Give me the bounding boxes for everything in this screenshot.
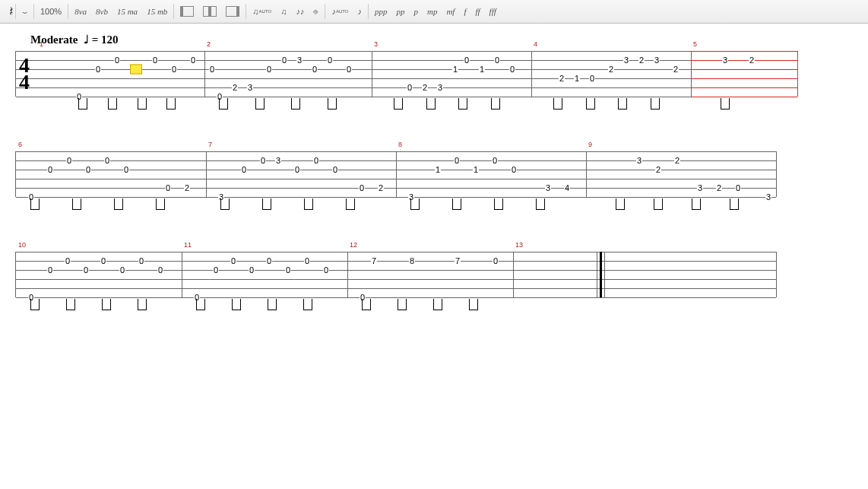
fret-number[interactable]: 0 [312, 65, 318, 74]
fret-number[interactable]: 2 [559, 74, 565, 83]
tie-tool-icon[interactable]: ⌣ [17, 3, 32, 20]
fret-number[interactable]: 0 [209, 65, 215, 74]
fret-number[interactable]: 0 [47, 165, 53, 174]
fret-number[interactable]: 0 [249, 265, 255, 275]
dynamic-mp[interactable]: mp [423, 3, 442, 20]
fret-number[interactable]: 0 [454, 156, 460, 165]
fret-number[interactable]: 0 [327, 56, 333, 65]
beam-break-icon[interactable]: ⎆ [309, 3, 323, 20]
fret-number[interactable]: 1 [473, 165, 479, 174]
fret-number[interactable]: 0 [66, 156, 72, 165]
fret-number[interactable]: 0 [285, 265, 291, 275]
fret-number[interactable]: 2 [638, 56, 645, 65]
fret-number[interactable]: 2 [749, 56, 755, 65]
fret-number[interactable]: 0 [464, 56, 470, 65]
dynamic-ppp[interactable]: ppp [370, 3, 392, 20]
tab-staff[interactable]: 10000000001100000000120787013 [15, 252, 776, 297]
octave-15mb[interactable]: 15 mb [142, 3, 172, 20]
fret-number[interactable]: 0 [313, 156, 319, 165]
fret-number[interactable]: 0 [152, 56, 158, 65]
score-area[interactable]: Moderate ♩ = 120 44100000002023003000302… [0, 24, 868, 360]
fret-number[interactable]: 0 [138, 256, 144, 265]
fret-number[interactable]: 0 [735, 183, 741, 192]
fret-number[interactable]: 0 [332, 165, 338, 174]
fret-number[interactable]: 0 [165, 183, 171, 192]
octave-8vb[interactable]: 8vb [91, 3, 112, 20]
beam-auto-icon[interactable]: ♫AUTO [248, 3, 276, 20]
dynamic-p[interactable]: p [409, 3, 423, 20]
fret-number[interactable]: 2 [608, 65, 614, 74]
dynamic-ff[interactable]: ff [470, 3, 484, 20]
fret-number[interactable]: 0 [241, 165, 247, 174]
fret-number[interactable]: 0 [123, 165, 129, 174]
fret-number[interactable]: 3 [275, 156, 281, 165]
dynamic-f[interactable]: f [459, 3, 470, 20]
fret-number[interactable]: 0 [104, 156, 110, 165]
fret-number[interactable]: 0 [157, 265, 163, 275]
fret-number[interactable]: 7 [371, 256, 377, 265]
fret-number[interactable]: 7 [455, 256, 461, 265]
fret-number[interactable]: 0 [407, 83, 413, 92]
fret-number[interactable]: 0 [492, 156, 498, 165]
fret-number[interactable]: 0 [304, 256, 310, 265]
fret-number[interactable]: 1 [574, 74, 580, 83]
fret-number[interactable]: 2 [674, 156, 680, 165]
fret-number[interactable]: 2 [716, 183, 722, 192]
beam-join-icon[interactable]: ♫ [276, 3, 291, 20]
fret-number[interactable]: 0 [294, 165, 300, 174]
fret-number[interactable]: 0 [83, 265, 89, 275]
fret-number[interactable]: 0 [281, 56, 287, 65]
fret-number[interactable]: 0 [509, 65, 515, 74]
fret-number[interactable]: 0 [213, 265, 219, 275]
stem-flip-icon[interactable]: ♪ [353, 3, 366, 20]
fret-number[interactable]: 2 [422, 83, 428, 92]
fret-number[interactable]: 1 [452, 65, 458, 74]
fret-number[interactable]: 2 [378, 183, 384, 192]
rest-tool-icon[interactable]: 𝄽 [5, 3, 14, 20]
tab-staff[interactable]: 4410000000202300300030231010042102323252… [15, 51, 797, 97]
tab-staff[interactable]: 600000002730030000283101003492233203 [15, 151, 776, 197]
align-center-icon[interactable] [198, 3, 221, 20]
fret-number[interactable]: 0 [589, 74, 595, 83]
fret-number[interactable]: 0 [230, 256, 236, 265]
fret-number[interactable]: 3 [697, 183, 703, 192]
fret-number[interactable]: 0 [85, 165, 91, 174]
fret-number[interactable]: 0 [119, 265, 125, 275]
fret-number[interactable]: 0 [260, 156, 266, 165]
fret-number[interactable]: 8 [409, 256, 415, 265]
fret-number[interactable]: 0 [323, 265, 329, 275]
stem-auto-icon[interactable]: ♪AUTO [327, 3, 353, 20]
fret-number[interactable]: 3 [636, 156, 642, 165]
fret-number[interactable]: 0 [359, 183, 365, 192]
octave-15ma[interactable]: 15 ma [112, 3, 142, 20]
fret-number[interactable]: 3 [437, 83, 443, 92]
octave-8va[interactable]: 8va [70, 3, 91, 20]
fret-number[interactable]: 0 [100, 256, 106, 265]
fret-number[interactable]: 0 [95, 65, 101, 74]
dynamic-pp[interactable]: pp [391, 3, 409, 20]
fret-number[interactable]: 2 [184, 183, 190, 192]
fret-number[interactable]: 4 [564, 183, 570, 192]
edit-cursor[interactable] [130, 65, 142, 75]
fret-number[interactable]: 0 [171, 65, 177, 74]
fret-number[interactable]: 3 [296, 56, 303, 65]
fret-number[interactable]: 3 [623, 56, 629, 65]
fret-number[interactable]: 1 [479, 65, 485, 74]
fret-number[interactable]: 0 [494, 56, 500, 65]
dynamic-fff[interactable]: fff [485, 3, 501, 20]
fret-number[interactable]: 0 [190, 56, 196, 65]
fret-number[interactable]: 2 [655, 165, 661, 174]
fret-number[interactable]: 1 [435, 165, 441, 174]
fret-number[interactable]: 2 [232, 83, 238, 92]
fret-number[interactable]: 0 [346, 65, 352, 74]
fret-number[interactable]: 3 [654, 56, 660, 65]
fret-number[interactable]: 0 [511, 165, 517, 174]
fret-number[interactable]: 0 [114, 56, 120, 65]
fret-number[interactable]: 2 [673, 65, 679, 74]
align-right-icon[interactable] [221, 3, 244, 20]
fret-number[interactable]: 0 [266, 256, 272, 265]
fret-number[interactable]: 3 [545, 183, 551, 192]
dynamic-mf[interactable]: mf [442, 3, 459, 20]
fret-number[interactable]: 3 [247, 83, 253, 92]
fret-number[interactable]: 0 [47, 265, 53, 275]
